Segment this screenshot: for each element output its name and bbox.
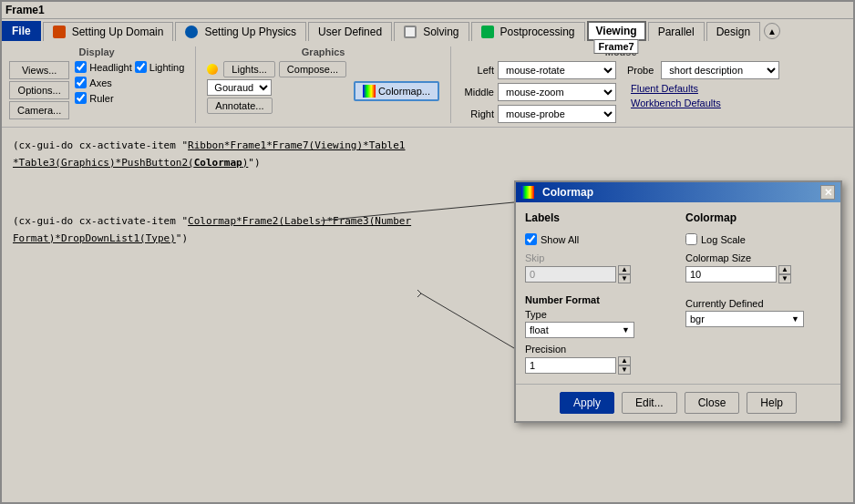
- lighting-label: Lighting: [149, 62, 185, 73]
- precision-input[interactable]: 1: [525, 357, 616, 374]
- left-dropdown[interactable]: mouse-rotate: [498, 61, 616, 79]
- skip-input-row: 0 ▲ ▼: [525, 265, 671, 283]
- middle-label: Middle: [462, 87, 494, 98]
- axes-label: Axes: [89, 77, 111, 88]
- right-mouse-row: Right mouse-probe: [462, 105, 616, 123]
- annotate-button[interactable]: Annotate...: [207, 98, 272, 114]
- display-section-label: Display: [79, 46, 115, 57]
- headlight-checkbox[interactable]: [75, 61, 87, 73]
- tab-user-defined[interactable]: User Defined: [308, 22, 392, 41]
- skip-section: Skip 0 ▲ ▼: [525, 252, 671, 283]
- colormap-header: Colormap: [685, 211, 831, 224]
- code-text-3b: Colormap*Frame2(Labels)*Frame3(Number: [188, 215, 411, 227]
- dialog-body: Labels Show All Skip 0 ▲ ▼: [516, 202, 840, 384]
- gouraud-dropdown[interactable]: Gouraud: [207, 79, 272, 96]
- toolbar-main: Display Views... Options... Camera... He…: [2, 43, 853, 128]
- post-icon: [481, 26, 494, 38]
- currently-defined-dropdown[interactable]: bgr ▼: [685, 311, 804, 327]
- skip-input[interactable]: 0: [525, 266, 616, 283]
- skip-up-btn[interactable]: ▲: [618, 265, 631, 274]
- colormap-icon: [363, 85, 376, 98]
- graphics-section-label: Graphics: [302, 46, 345, 57]
- code-line-2: *Table3(Graphics)*PushButton2(Colormap)"…: [13, 156, 842, 171]
- tab-parallel[interactable]: Parallel: [648, 22, 705, 41]
- skip-spinner: ▲ ▼: [618, 265, 631, 283]
- svg-line-1: [421, 293, 514, 348]
- workbench-defaults[interactable]: Workbench Defaults: [631, 98, 779, 108]
- dialog-footer: Apply Edit... Close Help: [516, 384, 840, 421]
- tab-physics[interactable]: Setting Up Physics: [175, 22, 306, 41]
- lighting-checkbox[interactable]: [135, 61, 147, 73]
- tab-file[interactable]: File: [2, 21, 41, 41]
- type-dropdown[interactable]: float ▼: [525, 322, 634, 338]
- axes-checkbox[interactable]: [75, 77, 87, 88]
- window-title: Frame1: [5, 4, 45, 16]
- currently-defined-section: Currently Defined bgr ▼: [685, 298, 831, 327]
- skip-down-btn[interactable]: ▼: [618, 274, 631, 283]
- right-dropdown[interactable]: mouse-probe: [498, 105, 616, 123]
- middle-dropdown[interactable]: mouse-zoom: [498, 83, 616, 101]
- precision-spinner: ▲ ▼: [618, 356, 631, 375]
- probe-label: Probe: [627, 65, 654, 76]
- type-value: float: [530, 324, 622, 335]
- left-mouse-row: Left mouse-rotate: [462, 61, 616, 79]
- precision-up-btn[interactable]: ▲: [618, 356, 631, 365]
- solving-icon: [404, 26, 417, 38]
- views-button[interactable]: Views...: [9, 61, 69, 79]
- tab-solving[interactable]: Solving: [394, 22, 469, 41]
- dialog-title-text: Colormap: [542, 186, 593, 199]
- probe-dropdown[interactable]: short description: [661, 61, 779, 79]
- colormap-size-label: Colormap Size: [685, 252, 831, 263]
- code-text-3a: (cx-gui-do cx-activate-item ": [13, 215, 188, 227]
- tab-design[interactable]: Design: [706, 22, 760, 41]
- dialog-title-bar: Colormap ✕: [516, 182, 840, 202]
- axes-row: Axes: [75, 77, 184, 88]
- dialog-title-left: Colormap: [521, 186, 593, 199]
- type-dropdown-arrow: ▼: [622, 325, 630, 334]
- colormap-size-spinner: ▲ ▼: [778, 265, 791, 283]
- edit-button[interactable]: Edit...: [622, 392, 677, 414]
- colormap-size-input-row: 10 ▲ ▼: [685, 265, 831, 283]
- help-button[interactable]: Help: [747, 392, 797, 414]
- fluent-defaults[interactable]: Fluent Defaults: [631, 83, 779, 94]
- precision-down-btn[interactable]: ▼: [618, 365, 631, 375]
- apply-button[interactable]: Apply: [560, 392, 614, 414]
- colormap-size-down-btn[interactable]: ▼: [778, 274, 791, 283]
- options-button[interactable]: Options...: [9, 81, 69, 99]
- show-all-checkbox[interactable]: [525, 233, 537, 245]
- code-text-2a: *Table3(Graphics)*PushButton2(Colormap): [13, 157, 248, 169]
- nav-arrow[interactable]: ▲: [764, 23, 780, 39]
- headlight-row: Headlight Lighting: [75, 61, 184, 73]
- domain-icon: [53, 26, 66, 38]
- graphics-section: Graphics Lights... Compose... Gouraud An: [207, 46, 439, 114]
- dialog-close-button[interactable]: ✕: [820, 185, 835, 200]
- log-scale-checkbox[interactable]: [685, 233, 697, 245]
- colormap-dialog: Colormap ✕ Labels Show All Skip 0: [514, 180, 842, 423]
- log-scale-label: Log Scale: [701, 234, 746, 245]
- tab-postprocessing[interactable]: Postprocessing: [471, 22, 585, 41]
- close-button[interactable]: Close: [685, 392, 740, 414]
- show-all-row: Show All: [525, 233, 671, 245]
- ruler-checkbox[interactable]: [75, 92, 87, 104]
- labels-header: Labels: [525, 211, 671, 224]
- title-bar: Frame1: [2, 2, 853, 19]
- colormap-button[interactable]: Colormap...: [354, 81, 439, 101]
- physics-icon: [185, 26, 198, 38]
- currently-defined-value: bgr: [690, 314, 791, 324]
- code-text-1b: Ribbon*Frame1*Frame7(Viewing)*Table1: [188, 139, 405, 151]
- show-all-label: Show All: [541, 234, 579, 245]
- skip-label: Skip: [525, 252, 671, 263]
- labels-column: Labels Show All Skip 0 ▲ ▼: [525, 211, 671, 375]
- colormap-size-input[interactable]: 10: [685, 266, 777, 283]
- colormap-size-up-btn[interactable]: ▲: [778, 265, 791, 274]
- lights-icon: [207, 64, 218, 75]
- right-label: Right: [462, 108, 494, 119]
- headlight-label: Headlight: [89, 62, 131, 73]
- camera-button[interactable]: Camera...: [9, 101, 69, 119]
- tab-viewing[interactable]: Viewing Frame7: [587, 21, 646, 41]
- compose-button[interactable]: Compose...: [279, 61, 346, 77]
- lights-button[interactable]: Lights...: [223, 61, 275, 77]
- display-section: Display Views... Options... Camera... He…: [9, 46, 184, 119]
- precision-label: Precision: [525, 344, 671, 355]
- tab-domain[interactable]: Setting Up Domain: [43, 22, 174, 41]
